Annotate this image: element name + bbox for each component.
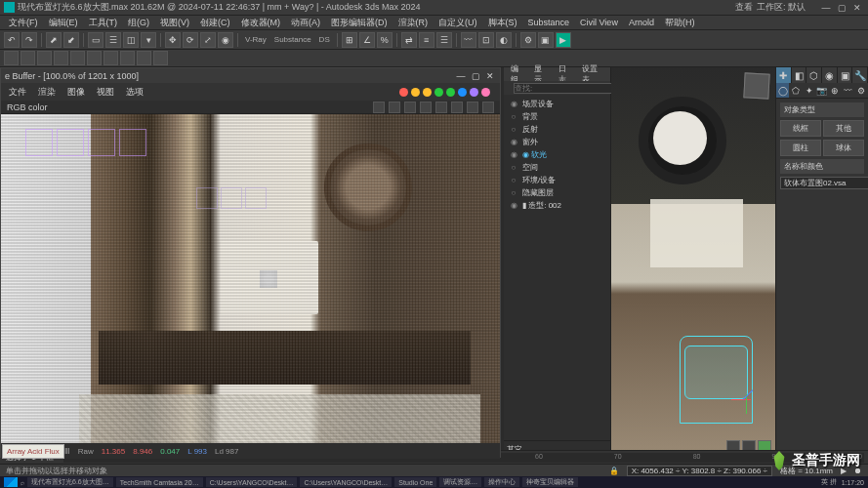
- viewcube[interactable]: [743, 72, 769, 99]
- rollout-object-type[interactable]: 对象类型: [780, 102, 864, 117]
- workspace-label[interactable]: 工作区: 默认: [757, 1, 806, 14]
- fb-copy-icon[interactable]: [451, 102, 463, 113]
- place-button[interactable]: ◉: [218, 32, 233, 48]
- subtab-helpers-icon[interactable]: ⊕: [829, 83, 842, 98]
- visibility-icon[interactable]: ○: [509, 188, 518, 197]
- tool2-10[interactable]: [153, 51, 168, 65]
- object-name-input[interactable]: [780, 177, 868, 189]
- dot-red[interactable]: [399, 88, 408, 97]
- percent-snap-button[interactable]: %: [377, 32, 393, 48]
- menu-script[interactable]: 脚本(S): [483, 17, 522, 29]
- fb-maximize-button[interactable]: ▢: [470, 71, 481, 81]
- tool2-3[interactable]: [37, 51, 52, 65]
- render-button[interactable]: ▶: [556, 32, 571, 48]
- fb-menu-image[interactable]: 图像: [63, 86, 89, 99]
- subtab-systems-icon[interactable]: ⚙: [855, 83, 868, 98]
- dot-green1[interactable]: [434, 88, 443, 97]
- tool2-5[interactable]: [70, 51, 85, 65]
- material-button[interactable]: ◐: [496, 32, 512, 48]
- explorer-search-input[interactable]: [514, 83, 618, 94]
- item-label[interactable]: 环境/设备: [522, 175, 556, 185]
- fb-channel-label[interactable]: RGB color: [7, 102, 48, 112]
- ds-label[interactable]: DS: [316, 35, 333, 44]
- redo-button[interactable]: ↷: [21, 32, 37, 48]
- link-button[interactable]: ⬈: [46, 32, 62, 48]
- item-label[interactable]: ◉ 软光: [522, 149, 547, 160]
- menu-animation[interactable]: 动画(A): [286, 17, 325, 29]
- subtab-space-icon[interactable]: 〰: [842, 83, 854, 98]
- taskbar-item[interactable]: TechSmith Camtasia 20…: [116, 477, 203, 487]
- angle-snap-button[interactable]: ∠: [359, 32, 375, 48]
- tool2-4[interactable]: [54, 51, 68, 65]
- transform-coords[interactable]: X: 4056.432 ÷ Y: 3802.8 ÷ Z: 390.066 ÷: [627, 466, 772, 476]
- item-label[interactable]: 场景设备: [522, 99, 554, 109]
- render-output-viewport[interactable]: [1, 114, 500, 443]
- clock-label[interactable]: 1:17:20: [842, 479, 864, 486]
- substance-label[interactable]: Substance: [271, 35, 314, 44]
- taskbar-item[interactable]: C:\Users\YANGCO\Deskt…: [300, 477, 392, 487]
- taskbar-item[interactable]: 操作中心: [484, 477, 519, 487]
- item-label[interactable]: 背景: [522, 111, 538, 122]
- fb-lens-icon[interactable]: [467, 102, 478, 113]
- visibility-icon[interactable]: ○: [509, 163, 518, 172]
- visibility-icon[interactable]: ◉: [509, 138, 518, 146]
- filter-button[interactable]: ▾: [141, 32, 156, 48]
- select-name-button[interactable]: ☰: [105, 32, 121, 48]
- dot-purple[interactable]: [470, 88, 478, 97]
- move-button[interactable]: ✥: [165, 32, 181, 48]
- fb-save-icon[interactable]: [404, 102, 416, 113]
- close-button[interactable]: ✕: [850, 2, 864, 13]
- create-btn-2[interactable]: 其他: [823, 120, 864, 137]
- menu-modifiers[interactable]: 修改器(M): [236, 17, 286, 29]
- tab-display-icon[interactable]: ▣: [838, 67, 853, 83]
- select-button[interactable]: ▭: [88, 32, 103, 48]
- tool2-9[interactable]: [137, 51, 151, 65]
- rotate-button[interactable]: ⟳: [183, 32, 198, 48]
- scale-button[interactable]: ⤢: [200, 32, 216, 48]
- tab-create-icon[interactable]: ✚: [776, 67, 792, 83]
- menu-arnold[interactable]: Arnold: [624, 18, 659, 27]
- item-label[interactable]: 空间: [522, 162, 538, 173]
- undo-button[interactable]: ↶: [4, 32, 20, 48]
- create-btn-3[interactable]: 圆柱: [780, 140, 821, 156]
- taskbar-item[interactable]: 调试资源…: [439, 477, 481, 487]
- subtab-shapes-icon[interactable]: ⬠: [789, 83, 802, 98]
- menu-help[interactable]: 帮助(H): [660, 17, 700, 29]
- menu-render[interactable]: 渲染(R): [393, 17, 434, 29]
- tool2-2[interactable]: [21, 51, 35, 65]
- menu-customize[interactable]: 自定义(U): [434, 17, 482, 29]
- tool2-1[interactable]: [4, 51, 19, 65]
- tab-modify-icon[interactable]: ◧: [792, 67, 807, 83]
- fb-menu-render[interactable]: 渲染: [34, 86, 60, 99]
- lock-icon[interactable]: 🔒: [609, 467, 619, 475]
- fb-menu-file[interactable]: 文件: [5, 86, 30, 99]
- tool2-7[interactable]: [103, 51, 118, 65]
- create-btn-4[interactable]: 球体: [823, 140, 864, 156]
- tab-hierarchy-icon[interactable]: ⬡: [806, 67, 822, 83]
- fb-close-button[interactable]: ✕: [484, 71, 496, 81]
- subtab-cameras-icon[interactable]: 📷: [815, 83, 828, 98]
- fb-compare-icon[interactable]: [389, 102, 400, 113]
- render-frame-button[interactable]: ▣: [538, 32, 554, 48]
- item-label[interactable]: 反射: [522, 124, 538, 135]
- dot-yellow2[interactable]: [423, 88, 432, 97]
- layer-button[interactable]: ☰: [436, 32, 452, 48]
- menu-edit[interactable]: 编辑(E): [44, 17, 83, 29]
- item-label[interactable]: 隐藏图层: [522, 187, 554, 198]
- fb-region-icon[interactable]: [373, 102, 385, 113]
- fb-menu-view[interactable]: 视图: [93, 86, 118, 99]
- menu-graph[interactable]: 图形编辑器(D): [326, 17, 393, 29]
- gizmo-x-axis[interactable]: [731, 399, 751, 400]
- fb-menu-options[interactable]: 选项: [122, 86, 147, 99]
- start-button[interactable]: [4, 477, 18, 487]
- task-search-icon[interactable]: ⌕: [21, 479, 24, 486]
- perspective-viewport[interactable]: [611, 67, 775, 458]
- dot-green2[interactable]: [446, 88, 455, 97]
- menu-create[interactable]: 创建(C): [195, 17, 235, 29]
- visibility-icon[interactable]: ○: [509, 125, 518, 134]
- ime-label[interactable]: 英 拼: [821, 477, 837, 487]
- curve-editor-button[interactable]: 〰: [461, 32, 476, 48]
- tab-motion-icon[interactable]: ◉: [822, 67, 838, 83]
- move-gizmo[interactable]: [731, 385, 761, 414]
- taskbar-item[interactable]: Studio One: [394, 477, 436, 487]
